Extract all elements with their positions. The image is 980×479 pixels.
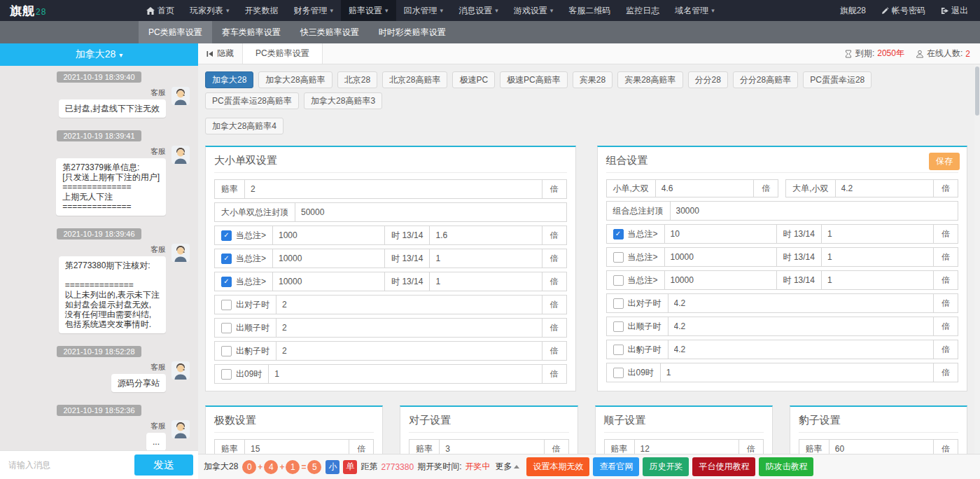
account-password-link[interactable]: 帐号密码	[874, 0, 933, 21]
game-tab-加拿大28高赔率3[interactable]: 加拿大28高赔率3	[304, 92, 382, 109]
mid-value-input[interactable]	[430, 226, 541, 244]
mid-value-input[interactable]	[822, 271, 933, 289]
condition-checkbox-cell[interactable]: 当总注>	[607, 271, 665, 289]
value-input[interactable]	[665, 248, 776, 266]
chat-message-list[interactable]: 2021-10-19 18:39:40客服已封盘,封盘线下下注无效2021-10…	[0, 66, 198, 451]
checkbox[interactable]: ✓	[221, 277, 232, 287]
nav-item-odds-settings[interactable]: 赔率设置▾	[341, 0, 396, 21]
nav-item-home[interactable]: 首页	[139, 0, 182, 21]
odds-input[interactable]	[836, 180, 933, 197]
chat-room-selector[interactable]: 加拿大28 ▾	[0, 43, 198, 66]
condition-checkbox-cell[interactable]: 出对子时	[215, 296, 276, 314]
subnav-item-shishicai-odds[interactable]: 时时彩类赔率设置	[369, 21, 456, 43]
value-input[interactable]	[668, 340, 934, 359]
value-input[interactable]	[665, 271, 776, 289]
game-tab-分分28高赔率[interactable]: 分分28高赔率	[733, 71, 798, 88]
hide-sidebar-button[interactable]: 隐藏	[198, 43, 242, 64]
condition-checkbox-cell[interactable]: 出09时	[215, 365, 269, 383]
checkbox[interactable]	[221, 323, 232, 333]
platform-tutorial-button[interactable]: 平台使用教程	[692, 457, 755, 476]
checkbox[interactable]: ✓	[613, 229, 624, 240]
value-input[interactable]	[295, 203, 566, 221]
more-toggle[interactable]: 更多	[495, 461, 519, 473]
game-tab-分分28[interactable]: 分分28	[688, 71, 728, 88]
condition-checkbox-cell[interactable]: 出豹子时	[607, 340, 668, 359]
subnav-item-kuaisan-odds[interactable]: 快三类赔率设置	[290, 21, 369, 43]
mid-value-input[interactable]	[430, 249, 541, 268]
mid-value-input[interactable]	[822, 248, 933, 266]
game-tab-极速PC[interactable]: 极速PC	[452, 71, 495, 88]
value-input[interactable]	[665, 225, 776, 243]
nav-item-cs-qrcode[interactable]: 客服二维码	[561, 0, 618, 21]
condition-checkbox-cell[interactable]: 出顺子时	[607, 317, 668, 335]
value-input[interactable]	[273, 226, 384, 244]
checkbox[interactable]	[613, 321, 624, 332]
checkbox[interactable]: ✓	[221, 254, 232, 264]
checkbox[interactable]	[613, 298, 624, 309]
value-input[interactable]	[830, 440, 933, 454]
game-tab-宾果28高赔率[interactable]: 宾果28高赔率	[617, 71, 682, 88]
condition-checkbox-cell[interactable]: ✓当总注>	[215, 249, 273, 268]
page-tab-pc-odds[interactable]: PC类赔率设置	[242, 43, 323, 64]
game-tab-北京28高赔率[interactable]: 北京28高赔率	[382, 71, 447, 88]
subnav-item-pc-odds[interactable]: PC类赔率设置	[139, 21, 212, 43]
chat-input[interactable]	[0, 460, 134, 470]
content-scrollbar[interactable]	[974, 64, 980, 454]
mid-value-input[interactable]	[822, 225, 933, 243]
game-tab-加拿大28高赔率[interactable]: 加拿大28高赔率	[258, 71, 332, 88]
checkbox[interactable]	[221, 346, 232, 356]
odds-input[interactable]	[656, 180, 753, 197]
value-input[interactable]	[668, 294, 934, 312]
value-input[interactable]	[661, 363, 933, 382]
checkbox[interactable]	[613, 275, 624, 286]
subnav-item-racing-odds[interactable]: 赛车类赔率设置	[212, 21, 290, 43]
checkbox[interactable]	[613, 345, 624, 355]
value-input[interactable]	[440, 440, 543, 454]
value-input[interactable]	[668, 317, 934, 335]
condition-checkbox-cell[interactable]: 出09时	[607, 363, 661, 382]
site-name-link[interactable]: 旗舰28	[832, 0, 874, 21]
condition-checkbox-cell[interactable]: ✓当总注>	[215, 272, 273, 291]
scrollbar-thumb[interactable]	[975, 67, 979, 116]
value-input[interactable]	[245, 440, 349, 454]
value-input[interactable]	[273, 272, 384, 291]
value-input[interactable]	[245, 180, 542, 198]
game-tab-宾果28[interactable]: 宾果28	[573, 71, 612, 88]
value-input[interactable]	[269, 365, 541, 383]
logout-link[interactable]: 退出	[933, 0, 976, 21]
nav-item-draw-data[interactable]: 开奖数据	[237, 0, 286, 21]
view-official-site-button[interactable]: 查看官网	[593, 457, 639, 476]
nav-item-finance[interactable]: 财务管理▾	[286, 0, 342, 21]
app-logo[interactable]: 旗舰 28	[0, 0, 139, 21]
condition-checkbox-cell[interactable]: 出顺子时	[215, 319, 276, 337]
checkbox[interactable]	[221, 369, 232, 380]
history-draws-button[interactable]: 历史开奖	[643, 457, 689, 476]
game-tab-PC蛋蛋幸运28高赔率[interactable]: PC蛋蛋幸运28高赔率	[205, 92, 299, 109]
game-tab-北京28[interactable]: 北京28	[337, 71, 377, 88]
value-input[interactable]	[276, 319, 542, 337]
nav-item-message-settings[interactable]: 消息设置▾	[451, 0, 506, 21]
game-tab-加拿大28[interactable]: 加拿大28	[205, 71, 253, 88]
condition-checkbox-cell[interactable]: 出豹子时	[215, 342, 276, 360]
nav-item-rebate[interactable]: 回水管理▾	[396, 0, 451, 21]
condition-checkbox-cell[interactable]: ✓当总注>	[607, 225, 665, 243]
send-button[interactable]: 发送	[134, 454, 193, 475]
value-input[interactable]	[276, 342, 542, 360]
game-tab-加拿大28高赔率4[interactable]: 加拿大28高赔率4	[205, 118, 284, 134]
anti-attack-tutorial-button[interactable]: 防攻击教程	[759, 457, 813, 476]
checkbox[interactable]	[613, 252, 624, 263]
value-input[interactable]	[276, 296, 542, 314]
condition-checkbox-cell[interactable]: ✓当总注>	[215, 226, 273, 244]
condition-checkbox-cell[interactable]: 出对子时	[607, 294, 668, 312]
checkbox[interactable]	[613, 368, 624, 378]
save-button[interactable]: 保存	[929, 153, 960, 170]
game-tab-极速PC高赔率[interactable]: 极速PC高赔率	[500, 71, 568, 88]
game-tab-PC蛋蛋幸运28[interactable]: PC蛋蛋幸运28	[803, 71, 872, 88]
condition-checkbox-cell[interactable]: 当总注>	[607, 248, 665, 266]
invalidate-issue-button[interactable]: 设置本期无效	[526, 457, 589, 476]
checkbox[interactable]: ✓	[221, 230, 232, 241]
checkbox[interactable]	[221, 300, 232, 310]
mid-value-input[interactable]	[430, 272, 541, 291]
value-input[interactable]	[635, 440, 738, 454]
nav-item-players[interactable]: 玩家列表▾	[182, 0, 237, 21]
